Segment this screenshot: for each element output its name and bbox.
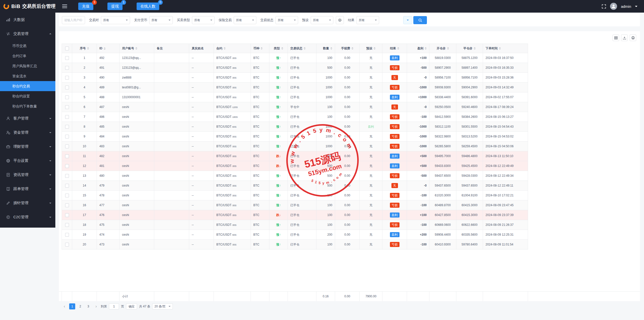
jump-page-input[interactable] — [109, 303, 119, 309]
sidebar-item-customer[interactable]: 客户管理 — [0, 111, 55, 125]
sidebar-item-label: C2C管理 — [13, 215, 28, 220]
sort-carets-icon[interactable] — [351, 47, 353, 50]
row-checkbox[interactable] — [65, 243, 69, 246]
sort-carets-icon[interactable] — [474, 47, 476, 50]
profit-value: +500 — [407, 151, 429, 161]
row-checkbox[interactable] — [65, 164, 69, 168]
filter-select-5[interactable]: 所有 — [311, 16, 333, 24]
avatar[interactable] — [610, 3, 617, 10]
profit-value: +200 — [407, 230, 429, 240]
sidebar-item-news[interactable]: 资讯管理 — [0, 168, 55, 182]
page-button-2[interactable]: 2 — [77, 303, 83, 309]
filter-select-0[interactable]: 所有 — [101, 16, 130, 24]
row-checkbox[interactable] — [65, 203, 69, 207]
user-menu-caret-icon[interactable] — [635, 6, 637, 8]
row-checkbox[interactable] — [65, 145, 69, 148]
recharge-button[interactable]: 充值3 — [78, 3, 93, 10]
filter-select-1[interactable]: 所有 — [149, 16, 173, 24]
withdraw-button[interactable]: 提现1 — [107, 3, 123, 10]
filter-expand-button[interactable] — [403, 16, 412, 24]
row-checkbox[interactable] — [65, 135, 69, 138]
trend-label: 跌↓ — [276, 154, 281, 158]
sidebar-item-wealth[interactable]: 理财管理 — [0, 139, 55, 154]
cell-6: BTC/USDT-30S — [214, 191, 251, 200]
sort-carets-icon[interactable] — [104, 47, 106, 50]
sidebar-item-settings[interactable]: 平台设置 — [0, 154, 55, 168]
sidebar-item-c2c[interactable]: C2C管理 — [0, 210, 55, 224]
row-checkbox[interactable] — [65, 184, 69, 188]
sort-carets-icon[interactable] — [447, 47, 449, 50]
trend-text: 涨 — [276, 125, 279, 128]
trend-text: 涨 — [276, 174, 279, 177]
menu-toggle-icon[interactable] — [62, 5, 67, 8]
fullscreen-icon[interactable] — [601, 4, 606, 9]
table-row: 19474ceshi--BTC/USDT-60SBTC涨↑已平仓2000.00无… — [62, 230, 528, 240]
filter-select-2[interactable]: 所有 — [192, 16, 215, 24]
sort-carets-icon[interactable] — [374, 47, 376, 50]
sidebar-item-funds[interactable]: 资金管理 — [0, 125, 55, 139]
row-checkbox[interactable] — [65, 233, 69, 237]
page-size-select[interactable]: 20 条/页 — [152, 303, 173, 309]
sidebar-subitem-4[interactable]: 秒合约交易 — [0, 81, 55, 91]
sidebar-subitem-5[interactable]: 秒合约设置 — [0, 91, 55, 101]
sort-carets-icon[interactable] — [304, 47, 306, 50]
cell-15: 60427.8500 — [429, 210, 456, 220]
filter-select-4[interactable]: 所有 — [275, 16, 298, 24]
row-checkbox[interactable] — [65, 174, 69, 178]
cell-13: 亏损 — [382, 191, 407, 200]
row-checkbox[interactable] — [65, 154, 69, 158]
sidebar-subitem-1[interactable]: 合约订单 — [0, 51, 55, 61]
page-button-3[interactable]: 3 — [85, 303, 91, 309]
sidebar-subitem-3[interactable]: 资金流水 — [0, 71, 55, 81]
contract-period: -30S — [232, 57, 236, 59]
sidebar-item-pin[interactable]: 插针管理 — [0, 196, 55, 210]
page-button-1[interactable]: 1 — [69, 303, 75, 309]
sidebar-item-follow[interactable]: 跟单管理 — [0, 182, 55, 196]
row-checkbox[interactable] — [65, 86, 69, 89]
sort-carets-icon[interactable] — [135, 47, 137, 50]
sort-carets-icon[interactable] — [281, 47, 283, 50]
user-id-input[interactable] — [62, 16, 85, 24]
sidebar-subitem-0[interactable]: 币币交易 — [0, 41, 55, 51]
row-checkbox[interactable] — [65, 105, 69, 109]
sidebar-subitem-6[interactable]: 秒合约下单数量 — [0, 101, 55, 111]
row-checkbox[interactable] — [65, 115, 69, 119]
select-all-checkbox[interactable] — [65, 47, 69, 50]
row-checkbox[interactable] — [65, 56, 69, 60]
search-button[interactable] — [413, 16, 427, 24]
trend-label: 涨↑ — [276, 86, 281, 89]
profit-value: -1000 — [407, 132, 429, 141]
preset-settings-button[interactable] — [336, 16, 344, 24]
sort-carets-icon[interactable] — [87, 47, 89, 50]
sidebar-subitem-2[interactable]: 用户风险率汇总 — [0, 61, 55, 71]
filter-select-6[interactable]: 所有 — [356, 16, 379, 24]
filter-select-3[interactable]: 所有 — [234, 16, 256, 24]
row-checkbox[interactable] — [65, 76, 69, 80]
cell-6: BTC/USDT-30S — [214, 53, 251, 63]
column-header-16: 平仓价 — [456, 44, 483, 53]
confirm-button[interactable]: 确定 — [126, 303, 137, 309]
online-count-button[interactable]: 在线人数0 — [137, 3, 159, 10]
grid-settings-button[interactable] — [613, 34, 619, 41]
sidebar-item-trade[interactable]: 交易管理 — [0, 27, 55, 41]
row-checkbox[interactable] — [65, 95, 69, 99]
sort-carets-icon[interactable] — [425, 47, 427, 50]
sort-carets-icon[interactable] — [224, 47, 226, 50]
row-checkbox[interactable] — [65, 66, 69, 70]
sort-carets-icon[interactable] — [261, 47, 263, 50]
sidebar-item-chart[interactable]: 大数据 — [0, 13, 55, 27]
row-checkbox[interactable] — [65, 223, 69, 227]
export-button[interactable] — [621, 34, 628, 41]
username[interactable]: admin — [621, 4, 631, 9]
column-title: 手续费 — [341, 47, 350, 50]
pagination-next-icon[interactable]: › — [93, 303, 99, 309]
cell-8: 涨↑ — [269, 171, 288, 181]
sort-carets-icon[interactable] — [499, 47, 501, 50]
row-checkbox[interactable] — [65, 125, 69, 129]
print-button[interactable] — [630, 34, 636, 41]
row-checkbox[interactable] — [65, 213, 69, 217]
sort-carets-icon[interactable] — [397, 47, 399, 50]
sort-carets-icon[interactable] — [330, 47, 332, 50]
row-checkbox[interactable] — [65, 194, 69, 197]
pagination-prev-icon[interactable]: ‹ — [62, 303, 67, 309]
